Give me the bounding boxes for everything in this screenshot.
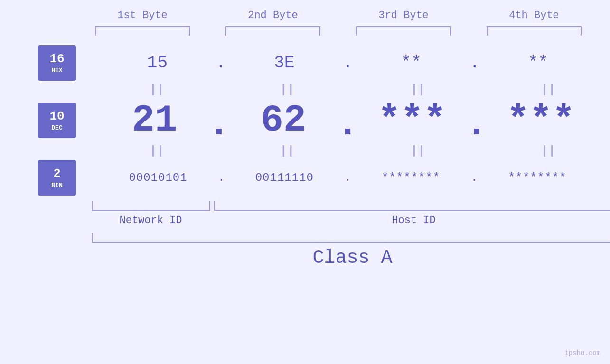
byte-label-4: 4th Byte	[482, 9, 586, 21]
eq1-2: ||	[240, 83, 335, 97]
host-bracket	[214, 201, 610, 211]
bin-badge-label: BIN	[51, 182, 62, 189]
bin-sep-3: .	[471, 171, 478, 184]
bin-val-4: ********	[490, 171, 585, 184]
hex-val-2: 3E	[237, 53, 332, 73]
hex-badge-number: 16	[49, 52, 64, 66]
hex-val-1: 15	[110, 53, 205, 73]
header-row: 1st Byte 2nd Byte 3rd Byte 4th Byte	[77, 9, 600, 21]
eq1-3: ||	[370, 83, 465, 97]
class-label: Class A	[92, 247, 610, 269]
network-bracket	[92, 201, 210, 211]
dec-badge-number: 10	[49, 109, 64, 124]
bin-sep-1: .	[218, 171, 225, 184]
bin-badge: 2 BIN	[38, 160, 76, 196]
class-bracket	[92, 233, 610, 243]
bin-values: 00010101 . 00111110 . ******** . *******…	[104, 171, 610, 184]
bracket-4	[487, 26, 582, 36]
hex-val-3: **	[364, 53, 459, 73]
eq1-1: ||	[109, 83, 204, 97]
eq2-4: ||	[501, 144, 596, 158]
hex-badge: 16 HEX	[38, 45, 76, 81]
byte-label-1: 1st Byte	[90, 9, 195, 21]
bottom-brackets	[92, 201, 610, 211]
bin-sep-2: .	[344, 171, 351, 184]
bottom-bracket-section: Network ID Host ID	[92, 201, 610, 226]
dec-val-1: 21	[107, 99, 202, 142]
byte-label-3: 3rd Byte	[351, 9, 456, 21]
network-id-label: Network ID	[92, 215, 210, 226]
eq2-3: ||	[370, 144, 465, 158]
equals-row-1: || || || ||	[92, 81, 610, 99]
dec-row: 10 DEC 21 . 62 . *** . ***	[0, 99, 610, 142]
hex-row: 16 HEX 15 . 3E . ** . **	[0, 45, 610, 81]
bracket-1	[95, 26, 190, 36]
hex-sep-2: .	[343, 53, 353, 73]
hex-val-4: **	[491, 53, 586, 73]
dec-sep-2: .	[336, 103, 359, 146]
class-section: Class A	[92, 233, 610, 269]
byte-label-2: 2nd Byte	[221, 9, 325, 21]
dec-val-2: 62	[236, 99, 331, 142]
bin-val-3: ********	[364, 171, 459, 184]
dec-values: 21 . 62 . *** . ***	[104, 99, 610, 142]
eq1-4: ||	[501, 83, 596, 97]
dec-val-4: ***	[493, 99, 588, 142]
dec-badge: 10 DEC	[38, 103, 76, 138]
dec-badge-label: DEC	[51, 124, 62, 131]
bin-row: 2 BIN 00010101 . 00111110 . ******** . *…	[0, 160, 610, 196]
eq2-1: ||	[109, 144, 204, 158]
dec-sep-3: .	[465, 103, 488, 146]
hex-sep-1: .	[216, 53, 226, 73]
hex-badge-label: HEX	[51, 67, 62, 74]
hex-values: 15 . 3E . ** . **	[104, 53, 610, 73]
bin-val-1: 00010101	[111, 171, 206, 184]
dec-sep-1: .	[207, 103, 230, 146]
host-id-label: Host ID	[214, 215, 610, 226]
bin-val-2: 00111110	[237, 171, 332, 184]
bin-badge-number: 2	[53, 167, 61, 181]
equals-row-2: || || || ||	[92, 142, 610, 160]
id-labels: Network ID Host ID	[92, 215, 610, 226]
main-container: 1st Byte 2nd Byte 3rd Byte 4th Byte 16 H…	[0, 0, 610, 364]
hex-sep-3: .	[469, 53, 480, 73]
bracket-2	[225, 26, 320, 36]
bracket-3	[356, 26, 451, 36]
watermark: ipshu.com	[564, 349, 601, 357]
eq2-2: ||	[240, 144, 335, 158]
dec-val-3: ***	[365, 99, 460, 142]
top-brackets	[77, 26, 600, 36]
